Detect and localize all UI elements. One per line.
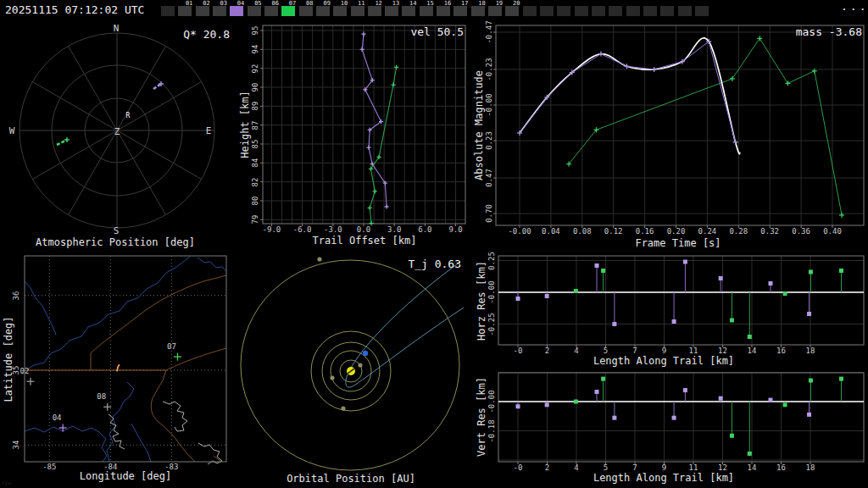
- magnitude-tick: 0.23: [486, 131, 493, 150]
- trail-offset-tick: -3.0: [324, 226, 342, 234]
- horz-res-tick: -0.25: [488, 313, 496, 336]
- horz-res-tick: 0.25: [488, 252, 496, 270]
- camera-slot-number: 07: [289, 1, 296, 7]
- river: [27, 257, 190, 369]
- camera-slot-20[interactable]: [505, 6, 519, 16]
- camera-slot[interactable]: [643, 6, 657, 16]
- residual-marker: [807, 312, 811, 316]
- length-tick: 11: [689, 464, 698, 472]
- residual-marker: [768, 281, 772, 286]
- camera-slot-13[interactable]: [385, 6, 398, 16]
- latitude-tick: 36: [13, 291, 20, 300]
- station-id-08: 08: [97, 393, 106, 401]
- camera-slot-14[interactable]: [402, 6, 415, 16]
- frame-time-tick: 0.04: [542, 228, 560, 236]
- height-tick: 95: [252, 26, 259, 36]
- camera-slot-09[interactable]: [316, 6, 330, 16]
- length-tick: 4: [574, 464, 578, 472]
- vert-res-tick: -0.18: [488, 419, 496, 442]
- magnitude-tick: -0.00: [486, 93, 493, 116]
- camera-slot[interactable]: [592, 6, 605, 16]
- camera-slot-18[interactable]: [471, 6, 485, 16]
- camera-slot[interactable]: [540, 6, 554, 16]
- camera-slot-number: 08: [306, 1, 313, 7]
- camera-slot-06[interactable]: [264, 6, 278, 16]
- horz-res-tick: -0.00: [488, 280, 496, 303]
- compass-e-label: E: [206, 126, 212, 136]
- menu-button[interactable]: ...: [841, 1, 868, 12]
- camera-slot-07[interactable]: [281, 6, 295, 16]
- length-tick: 5: [604, 347, 608, 355]
- camera-slot[interactable]: [660, 6, 674, 16]
- state-border: [166, 348, 226, 370]
- camera-slot[interactable]: [557, 6, 570, 16]
- camera-slot[interactable]: [523, 6, 537, 16]
- length-tick: 16: [776, 347, 786, 355]
- frame-time-tick: 0.32: [760, 228, 779, 236]
- camera-slot[interactable]: [161, 6, 175, 16]
- camera-slot-03[interactable]: [213, 6, 226, 16]
- residual-marker: [719, 276, 723, 280]
- frame-time-tick: 0.16: [636, 228, 654, 236]
- length-tick: 11: [689, 347, 698, 355]
- planet-dot: [358, 363, 362, 367]
- residual-marker: [783, 402, 787, 407]
- residual-marker: [748, 335, 752, 339]
- camera-slot[interactable]: [678, 6, 692, 16]
- camera-slot-number: 11: [358, 1, 364, 7]
- radiant-label: R: [126, 113, 131, 119]
- residual-marker: [516, 297, 520, 301]
- q-star-badge: Q* 20.8: [183, 29, 230, 40]
- camera-slot[interactable]: [575, 6, 588, 16]
- camera-slot[interactable]: [695, 6, 709, 16]
- river: [131, 424, 151, 462]
- camera-slot-11[interactable]: [351, 6, 364, 16]
- frame-time-tick: 0.12: [604, 228, 623, 236]
- camera-slot-number: 14: [409, 1, 416, 7]
- camera-slot-01[interactable]: [178, 6, 192, 16]
- camera-slot-number: 04: [237, 1, 244, 7]
- height-tick: 79: [252, 215, 259, 225]
- camera-slot-02[interactable]: [196, 6, 209, 16]
- height-tick: 85: [252, 140, 259, 149]
- residual-marker: [783, 291, 787, 296]
- dashboard: 20251115 07:12:02 UTC 010203040506070809…: [0, 0, 868, 488]
- camera-slot[interactable]: [609, 6, 622, 16]
- camera-slot-17[interactable]: [453, 6, 467, 16]
- longitude-tick: -83: [164, 463, 178, 471]
- length-tick: 18: [806, 464, 815, 472]
- residual-marker: [612, 416, 616, 420]
- camera-slot-15[interactable]: [420, 6, 433, 16]
- orbital-title: Orbital Position [AU]: [287, 474, 415, 484]
- camera-slot-19[interactable]: [488, 6, 502, 16]
- length-tick: -0: [514, 347, 523, 355]
- trail-offset-tick: 6.0: [418, 226, 431, 234]
- length-tick: 12: [718, 347, 727, 355]
- camera-slot-08[interactable]: [299, 6, 313, 16]
- camera-slot-number: 12: [375, 1, 381, 7]
- residual-marker: [768, 398, 772, 402]
- camera-slot-05[interactable]: [248, 6, 261, 16]
- meteoroid-trajectory: [346, 262, 464, 387]
- latitude-tick: 34: [13, 441, 20, 450]
- horz-res-axis-label: Horz Res [km]: [476, 261, 487, 341]
- camera-slot-10[interactable]: [333, 6, 347, 16]
- camera-slot-16[interactable]: [437, 6, 450, 16]
- longitude-tick: -84: [103, 463, 117, 471]
- camera-slot-12[interactable]: [368, 6, 381, 16]
- trail-offset-tick: 0.0: [357, 226, 370, 234]
- trail-offset-tick: -6.0: [293, 226, 312, 234]
- lake-shore: [163, 402, 187, 431]
- height-tick: 94: [252, 45, 259, 54]
- earth-dot: [363, 351, 368, 356]
- camera-slot-number: 18: [478, 1, 485, 7]
- camera-slot-04[interactable]: [230, 6, 243, 16]
- length-tick: 2: [545, 464, 549, 472]
- length-tick: 18: [806, 347, 815, 355]
- residual-marker: [672, 416, 676, 420]
- clock: 20251115 07:12:02 UTC: [5, 4, 144, 15]
- state-border: [151, 370, 195, 462]
- camera-slot[interactable]: [626, 6, 640, 16]
- trail-offset-tick: 9.0: [448, 226, 462, 234]
- camera-slot-number: 20: [513, 1, 520, 7]
